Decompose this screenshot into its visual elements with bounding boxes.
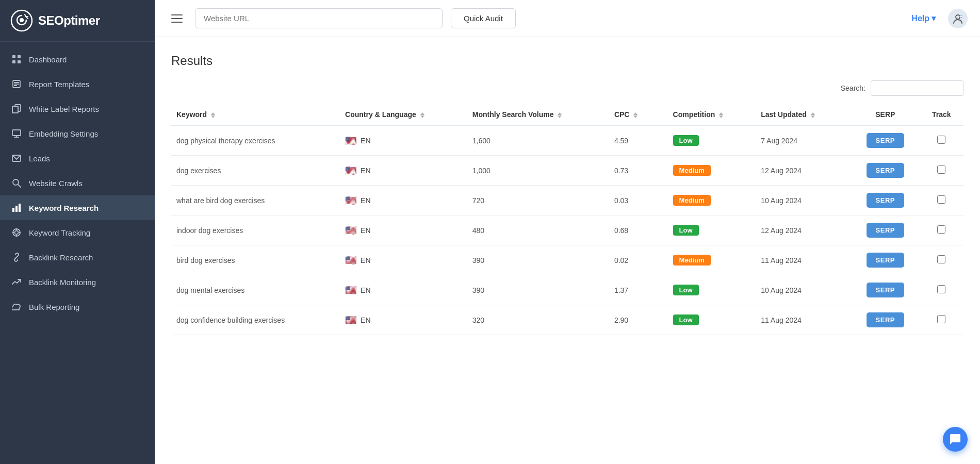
results-table: Keyword Country & Language — [171, 104, 963, 335]
sidebar-item-backlink-monitoring[interactable]: Backlink Monitoring — [0, 270, 155, 294]
cell-competition: Low — [668, 305, 756, 335]
serp-button[interactable]: SERP — [867, 163, 904, 178]
cell-cpc: 2.90 — [609, 305, 668, 335]
competition-badge: Medium — [673, 165, 711, 176]
track-checkbox[interactable] — [937, 315, 945, 323]
serp-button[interactable]: SERP — [867, 223, 904, 238]
svg-rect-13 — [12, 130, 21, 136]
sidebar-item-dashboard[interactable]: Dashboard — [0, 47, 155, 72]
col-header-country[interactable]: Country & Language — [340, 104, 467, 125]
competition-badge: Low — [673, 225, 699, 236]
serp-button[interactable]: SERP — [867, 253, 904, 268]
sidebar-item-website-crawls[interactable]: Website Crawls — [0, 171, 155, 195]
bar-chart-icon — [11, 203, 22, 213]
sidebar-item-label: Report Templates — [29, 80, 89, 89]
cell-cpc: 0.03 — [609, 186, 668, 216]
cell-track — [920, 216, 963, 245]
col-header-competition[interactable]: Competition — [668, 104, 756, 125]
cell-serp: SERP — [851, 125, 920, 156]
competition-badge: Low — [673, 285, 699, 295]
sidebar-item-embedding[interactable]: Embedding Settings — [0, 121, 155, 146]
content-area: Results Search: Keyword — [155, 37, 980, 464]
cell-keyword: dog mental exercises — [171, 275, 340, 305]
sort-icon-updated — [811, 112, 815, 118]
sidebar-item-label: Leads — [29, 154, 50, 163]
cell-keyword: what are bird dog exercises — [171, 186, 340, 216]
track-checkbox[interactable] — [937, 225, 945, 234]
competition-badge: Medium — [673, 195, 711, 206]
svg-point-17 — [13, 179, 19, 185]
col-header-serp: SERP — [851, 104, 920, 125]
serp-button[interactable]: SERP — [867, 133, 904, 148]
cell-serp: SERP — [851, 275, 920, 305]
sidebar-item-label: White Label Reports — [29, 105, 99, 113]
svg-line-28 — [15, 256, 18, 259]
table-row: dog exercises 🇺🇸 EN 1,000 0.73 Medium 12… — [171, 156, 963, 186]
sidebar-item-label: Keyword Research — [29, 204, 99, 212]
col-header-track: Track — [920, 104, 963, 125]
copy-icon — [11, 104, 22, 114]
sidebar-item-white-label[interactable]: White Label Reports — [0, 96, 155, 121]
cell-volume: 390 — [467, 245, 609, 275]
chevron-down-icon: ▾ — [932, 13, 936, 23]
cell-cpc: 0.02 — [609, 245, 668, 275]
edit-icon — [11, 79, 22, 89]
sidebar-item-leads[interactable]: Leads — [0, 146, 155, 171]
sidebar-item-keyword-research[interactable]: Keyword Research — [0, 195, 155, 220]
search-bar: Search: — [171, 80, 963, 96]
target-icon — [11, 227, 22, 238]
flag-icon: 🇺🇸 — [345, 195, 356, 206]
track-checkbox[interactable] — [937, 136, 945, 144]
trending-up-icon — [11, 277, 22, 287]
cell-keyword: indoor dog exercises — [171, 216, 340, 245]
cell-keyword: bird dog exercises — [171, 245, 340, 275]
track-checkbox[interactable] — [937, 165, 945, 174]
quick-audit-button[interactable]: Quick Audit — [451, 8, 516, 28]
link-icon — [11, 252, 22, 262]
col-header-cpc[interactable]: CPC — [609, 104, 668, 125]
cell-serp: SERP — [851, 216, 920, 245]
serp-button[interactable]: SERP — [867, 193, 904, 208]
col-header-keyword[interactable]: Keyword — [171, 104, 340, 125]
main-area: Quick Audit Help ▾ Results Search: — [155, 0, 980, 464]
cell-track — [920, 125, 963, 156]
track-checkbox[interactable] — [937, 285, 945, 293]
sidebar-item-label: Dashboard — [29, 55, 67, 64]
sidebar-item-bulk-reporting[interactable]: Bulk Reporting — [0, 294, 155, 319]
cell-competition: Medium — [668, 156, 756, 186]
menu-toggle-button[interactable] — [167, 12, 187, 25]
track-checkbox[interactable] — [937, 195, 945, 204]
menu-line — [171, 14, 183, 15]
competition-badge: Medium — [673, 255, 711, 266]
cell-cpc: 0.68 — [609, 216, 668, 245]
serp-button[interactable]: SERP — [867, 312, 904, 327]
help-button[interactable]: Help ▾ — [907, 11, 940, 25]
user-avatar[interactable] — [948, 9, 968, 28]
col-header-volume[interactable]: Monthly Search Volume — [467, 104, 609, 125]
cell-serp: SERP — [851, 186, 920, 216]
track-checkbox[interactable] — [937, 255, 945, 263]
serp-button[interactable]: SERP — [867, 283, 904, 297]
cell-cpc: 0.73 — [609, 156, 668, 186]
chat-bubble-button[interactable] — [943, 427, 968, 452]
cell-last-updated: 12 Aug 2024 — [756, 216, 851, 245]
search-input[interactable] — [871, 80, 963, 96]
website-url-input[interactable] — [195, 8, 443, 28]
logo-text: SEOptimer — [38, 13, 100, 28]
cell-competition: Low — [668, 275, 756, 305]
cell-cpc: 1.37 — [609, 275, 668, 305]
nav-menu: Dashboard Report Templates White Label R… — [0, 42, 155, 324]
cell-track — [920, 186, 963, 216]
sidebar-item-report-templates[interactable]: Report Templates — [0, 72, 155, 96]
col-header-updated[interactable]: Last Updated — [756, 104, 851, 125]
cell-volume: 1,600 — [467, 125, 609, 156]
sidebar-item-backlink-research[interactable]: Backlink Research — [0, 245, 155, 270]
sidebar-item-label: Bulk Reporting — [29, 303, 79, 311]
results-table-wrap: Keyword Country & Language — [171, 104, 963, 335]
cell-cpc: 4.59 — [609, 125, 668, 156]
logo-area: SEOptimer — [0, 0, 155, 42]
cell-volume: 320 — [467, 305, 609, 335]
language-label: EN — [361, 137, 370, 145]
sidebar-item-keyword-tracking[interactable]: Keyword Tracking — [0, 220, 155, 245]
sidebar-item-label: Backlink Research — [29, 253, 93, 262]
